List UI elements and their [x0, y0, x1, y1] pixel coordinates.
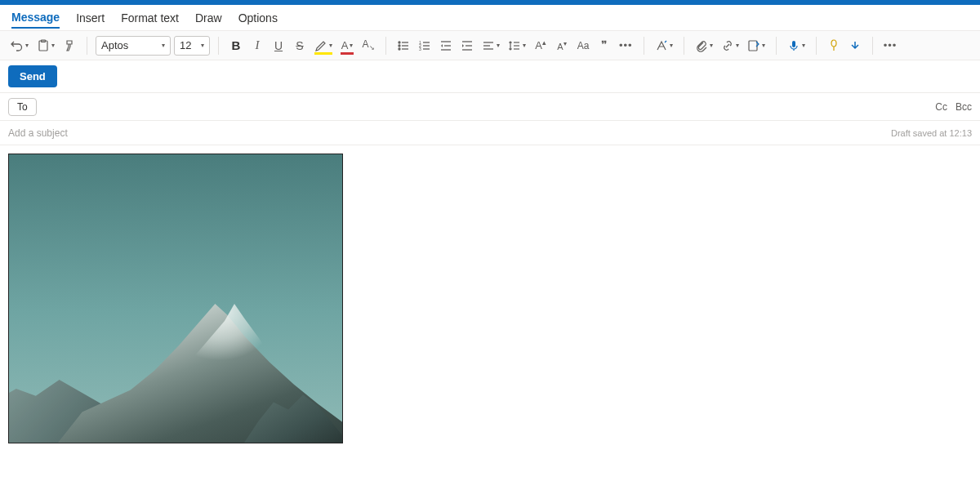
download-button[interactable]: [846, 35, 864, 56]
subject-row: Draft saved at 12:13: [0, 121, 980, 145]
separator: [776, 37, 777, 55]
svg-point-4: [399, 45, 400, 47]
bcc-button[interactable]: Bcc: [956, 101, 972, 113]
font-name-select[interactable]: Aptos▾: [96, 36, 171, 56]
increase-font-button[interactable]: A▴: [532, 35, 550, 56]
send-row: Send: [0, 60, 980, 93]
separator: [872, 37, 873, 55]
bold-button[interactable]: B: [227, 35, 245, 56]
attach-button[interactable]: ▾: [693, 35, 715, 56]
separator: [218, 37, 219, 55]
tab-options[interactable]: Options: [238, 8, 278, 28]
tab-draw[interactable]: Draw: [195, 8, 222, 28]
clear-formatting-button[interactable]: A↘: [359, 35, 377, 56]
separator: [816, 37, 817, 55]
strikethrough-button[interactable]: S: [291, 35, 309, 56]
numbering-button[interactable]: 123: [416, 35, 434, 56]
font-name-value: Aptos: [101, 39, 128, 51]
font-size-select[interactable]: 12▾: [174, 36, 210, 56]
message-body[interactable]: [0, 145, 980, 452]
format-painter-button[interactable]: [60, 35, 78, 56]
svg-text:3: 3: [419, 47, 421, 51]
to-field-button[interactable]: To: [8, 98, 37, 116]
separator: [684, 37, 684, 55]
tab-message[interactable]: Message: [11, 7, 60, 29]
bullets-button[interactable]: [394, 35, 412, 56]
tab-format-text[interactable]: Format text: [121, 8, 179, 28]
paste-button[interactable]: ▾: [34, 35, 57, 56]
separator: [87, 37, 87, 55]
change-case-button[interactable]: Aa: [574, 35, 592, 56]
to-input[interactable]: [45, 100, 928, 113]
dictate-button[interactable]: ▾: [785, 35, 808, 56]
increase-indent-button[interactable]: [458, 35, 476, 56]
svg-point-6: [399, 48, 400, 50]
underline-button[interactable]: U: [270, 35, 287, 56]
svg-point-28: [831, 40, 836, 47]
to-row: To Cc Bcc: [0, 93, 980, 121]
separator: [385, 37, 386, 55]
svg-rect-26: [749, 41, 757, 51]
separator: [644, 37, 644, 55]
italic-button[interactable]: I: [248, 35, 266, 56]
decrease-indent-button[interactable]: [437, 35, 455, 56]
link-button[interactable]: ▾: [719, 35, 742, 56]
cc-button[interactable]: Cc: [935, 101, 947, 113]
font-color-button[interactable]: A▾: [338, 35, 356, 56]
svg-point-2: [399, 42, 400, 43]
more-formatting-button[interactable]: •••: [617, 35, 635, 56]
quote-button[interactable]: ❞: [595, 35, 613, 56]
draft-saved-label: Draft saved at 12:13: [891, 128, 972, 138]
sensitivity-button[interactable]: [825, 35, 843, 56]
line-spacing-button[interactable]: ▾: [506, 35, 528, 56]
svg-rect-27: [792, 41, 795, 47]
align-button[interactable]: ▾: [479, 35, 502, 56]
font-size-value: 12: [180, 39, 191, 51]
tab-insert[interactable]: Insert: [76, 8, 105, 28]
inserted-image[interactable]: [8, 154, 343, 443]
decrease-font-button[interactable]: A▾: [553, 35, 571, 56]
more-options-button[interactable]: •••: [881, 35, 900, 56]
ribbon-toolbar: ▾ ▾ Aptos▾ 12▾ B I U S ▾ A▾ A↘ 123 ▾ ▾ A…: [0, 31, 980, 60]
subject-input[interactable]: [8, 127, 883, 139]
undo-button[interactable]: ▾: [8, 35, 31, 56]
highlight-button[interactable]: ▾: [312, 35, 335, 56]
signature-button[interactable]: ▾: [745, 35, 768, 56]
ribbon-tabs: Message Insert Format text Draw Options: [0, 5, 980, 31]
send-button[interactable]: Send: [8, 65, 57, 87]
styles-button[interactable]: ▾: [653, 35, 675, 56]
